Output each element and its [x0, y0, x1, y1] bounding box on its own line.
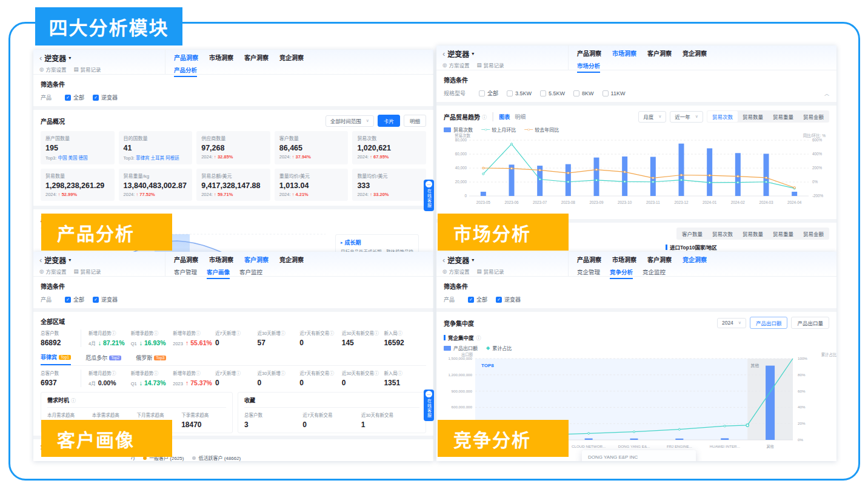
nav-item-3[interactable]: 客户洞察 [647, 255, 672, 264]
trade-records-link[interactable]: ▤贸易记录 [73, 66, 101, 73]
product-selector[interactable]: 逆变器 [447, 255, 469, 265]
legend-item[interactable]: ◆累计占比 [486, 345, 512, 351]
checkbox-checked-icon[interactable]: ✓ [65, 95, 71, 101]
top3-links[interactable]: 菲律宾 土耳其 阿根廷 [136, 155, 179, 161]
metric-button[interactable]: 贸易次数 [707, 228, 738, 239]
detail-view-button[interactable]: 明细 [404, 115, 426, 127]
back-icon[interactable]: ‹ [442, 255, 445, 265]
period-select[interactable]: 月度∨ [638, 111, 666, 123]
product-selector[interactable]: 逆变器 [44, 255, 66, 265]
scheme-settings-link[interactable]: ◎方案设置 [442, 61, 469, 69]
subtab-1[interactable]: 市场分析 [577, 61, 600, 73]
metric-button[interactable]: 贸易金额 [798, 228, 829, 239]
filter-option[interactable]: 8KW [573, 90, 594, 96]
filter-option[interactable]: 全部 [479, 89, 498, 97]
filter-option[interactable]: 11KW [603, 90, 626, 96]
card-view-button[interactable]: 卡片 [378, 115, 400, 127]
checkbox-unchecked-icon[interactable] [479, 90, 485, 96]
trade-records-link[interactable]: ▤贸易记录 [476, 61, 504, 69]
subtab-1[interactable]: 客户管理 [174, 268, 197, 279]
metric-button[interactable]: 贸易重量 [768, 111, 798, 122]
tab-chart[interactable]: 图表 [499, 113, 510, 121]
trade-records-link[interactable]: ▤贸易记录 [73, 268, 101, 275]
filter-option[interactable]: ✓全部 [65, 295, 84, 303]
collapse-icon[interactable]: ︿ [824, 90, 829, 96]
subtab-2[interactable]: 竞争分析 [610, 268, 633, 279]
nav-item-1[interactable]: 产品洞察 [174, 255, 198, 264]
nav-item-4[interactable]: 竞企洞察 [683, 49, 707, 58]
back-icon[interactable]: ‹ [442, 49, 445, 58]
metric-button[interactable]: 贸易数量 [738, 111, 768, 122]
top3-links[interactable]: 中国 美国 德国 [58, 155, 87, 161]
checkbox-unchecked-icon[interactable] [507, 90, 513, 96]
online-service-button[interactable]: ··· 在线客服 [424, 180, 434, 211]
product-selector[interactable]: 逆变器 [44, 53, 66, 63]
scheme-settings-link[interactable]: ◎方案设置 [442, 268, 469, 275]
trade-records-link[interactable]: ▤贸易记录 [476, 268, 504, 275]
scheme-settings-link[interactable]: ◎方案设置 [39, 66, 66, 73]
svg-text:1,500,000,000: 1,500,000,000 [448, 356, 472, 360]
scheme-settings-link[interactable]: ◎方案设置 [39, 268, 66, 275]
filter-option[interactable]: 5.5KW [540, 90, 565, 96]
stat-label: 近7天新增ⓘ [215, 329, 258, 336]
checkbox-unchecked-icon[interactable] [603, 90, 609, 96]
stat-card: 目的国数量41Top3: 菲律宾 土耳其 阿根廷 [119, 131, 193, 164]
checkbox-checked-icon[interactable]: ✓ [93, 297, 99, 303]
legend-item[interactable]: 低活跃客户 (48662) [192, 454, 241, 461]
nav-item-3[interactable]: 客户洞察 [244, 53, 269, 62]
stage-growth-card[interactable]: ▸成长期 目标产品处于成长期，整体趋势呈快速增长 [335, 234, 419, 252]
filter-option[interactable]: ✓逆变器 [93, 93, 118, 101]
legend-item[interactable]: 产品出口额 [444, 345, 478, 351]
metric-button[interactable]: 贸易次数 [707, 111, 738, 122]
subtab-1[interactable]: 竞企管理 [577, 268, 600, 279]
online-service-button[interactable]: ··· 在线客服 [424, 390, 434, 421]
range-select[interactable]: 近一年∨ [670, 111, 703, 123]
nav-item-3[interactable]: 客户洞察 [244, 255, 269, 264]
subtab-3[interactable]: 竞企监控 [643, 268, 666, 279]
export-value-button[interactable]: 产品出口额 [750, 317, 788, 329]
back-icon[interactable]: ‹ [39, 53, 42, 62]
metric-button[interactable]: 客户数量 [677, 228, 707, 239]
country-tab-1[interactable]: 菲律宾Top1 [41, 353, 71, 365]
nav-item-3[interactable]: 客户洞察 [647, 49, 672, 58]
metric-button[interactable]: 贸易数量 [738, 228, 768, 239]
checkbox-checked-icon[interactable]: ✓ [93, 95, 99, 101]
nav-item-1[interactable]: 产品洞察 [577, 255, 601, 264]
nav-item-4[interactable]: 竞企洞察 [279, 53, 304, 62]
filter-option[interactable]: 3.5KW [507, 90, 532, 96]
filter-option[interactable]: ✓逆变器 [93, 295, 118, 303]
subtab-2[interactable]: 客户画像 [207, 268, 230, 279]
spec-filter-options: 全部3.5KW5.5KW8KW11KW [479, 89, 625, 97]
checkbox-unchecked-icon[interactable] [573, 90, 579, 96]
product-selector[interactable]: 逆变器 [447, 49, 469, 59]
metric-button[interactable]: 贸易金额 [798, 111, 829, 122]
nav-item-4[interactable]: 竞企洞察 [683, 255, 707, 264]
nav-item-1[interactable]: 产品洞察 [174, 53, 198, 62]
legend-item[interactable]: 贸易次数 [444, 126, 473, 133]
subtab-3[interactable]: 客户监控 [239, 268, 262, 279]
time-range-select[interactable]: 全部时间范围∨ [326, 115, 374, 127]
filter-option[interactable]: ✓逆变器 [496, 295, 521, 303]
year-select[interactable]: 2024∨ [717, 318, 746, 328]
nav-item-2[interactable]: 市场洞察 [209, 255, 233, 264]
nav-item-2[interactable]: 市场洞察 [612, 49, 636, 58]
tab-detail[interactable]: 明细 [515, 113, 526, 121]
nav-item-2[interactable]: 市场洞察 [209, 53, 233, 62]
checkbox-checked-icon[interactable]: ✓ [468, 297, 474, 303]
legend-item[interactable]: ─○─较上月环比 [481, 126, 516, 133]
checkbox-unchecked-icon[interactable] [540, 90, 546, 96]
back-icon[interactable]: ‹ [39, 255, 42, 265]
nav-item-2[interactable]: 市场洞察 [612, 255, 636, 264]
nav-item-1[interactable]: 产品洞察 [577, 49, 601, 58]
country-tab-3[interactable]: 俄罗斯Top3 [136, 353, 166, 365]
checkbox-checked-icon[interactable]: ✓ [65, 297, 71, 303]
filter-option[interactable]: ✓全部 [65, 93, 84, 101]
nav-item-4[interactable]: 竞企洞察 [279, 255, 304, 264]
country-tab-2[interactable]: 厄瓜多尔Top2 [85, 353, 121, 365]
legend-item[interactable]: ─○─较去年同比 [524, 126, 559, 133]
subtab-1[interactable]: 产品分析 [174, 66, 197, 77]
export-volume-button[interactable]: 产品出口量 [791, 317, 829, 329]
checkbox-checked-icon[interactable]: ✓ [496, 297, 502, 303]
metric-button[interactable]: 贸易重量 [768, 228, 798, 239]
filter-option[interactable]: ✓全部 [468, 295, 487, 303]
